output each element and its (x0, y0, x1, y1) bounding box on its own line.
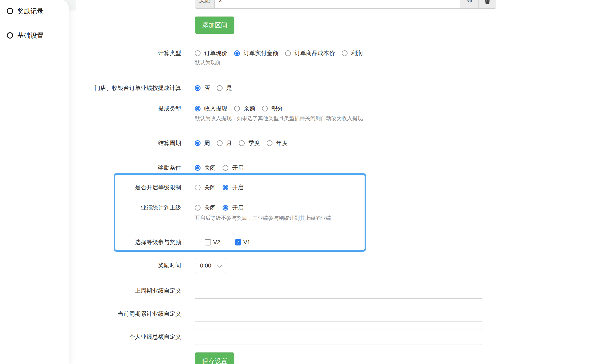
radio-option-label: 否 (204, 84, 210, 92)
circle-icon (7, 32, 13, 39)
radio-option[interactable]: 关闭 (195, 164, 216, 172)
radio-icon[interactable] (195, 165, 201, 171)
radio-option-label: 订单商品成本价 (294, 49, 335, 57)
radio-option-label: 年度 (276, 139, 288, 147)
radio-option[interactable]: 是 (217, 84, 232, 92)
level-limit-radio-group: 关闭开启 (195, 184, 244, 191)
radio-option-label: 关闭 (204, 204, 216, 212)
form-row-store-commission: 门店、收银台订单业绩按提成计算 否是 (0, 84, 589, 92)
form-row-reward-condition: 奖励条件 关闭开启 (0, 164, 589, 172)
radio-option[interactable]: 订单实付金额 (234, 49, 278, 57)
reward-range-row: 奖励 2 % (195, 0, 496, 9)
prev-cycle-input[interactable] (195, 283, 482, 299)
range-percent-addon: % (460, 0, 478, 9)
radio-option-label: 余额 (244, 105, 255, 113)
radio-icon[interactable] (195, 85, 201, 91)
radio-option-label: 积分 (271, 105, 283, 113)
radio-icon[interactable] (239, 140, 245, 146)
level-checkbox-group: V2V1 (205, 238, 250, 246)
form-row-stat-to-parent: 业绩统计到上级 关闭开启 开启后等级不参与奖励，其业绩参与则统计到其上级的业绩 (0, 204, 589, 222)
checkbox-icon[interactable] (205, 239, 211, 245)
checkbox-icon[interactable] (235, 239, 241, 245)
radio-option-label: 收入提现 (204, 105, 227, 113)
calc-type-radio-group: 订单现价订单实付金额订单商品成本价利润 (195, 49, 363, 57)
radio-icon[interactable] (195, 140, 201, 146)
radio-icon[interactable] (267, 140, 272, 146)
radio-option-label: 开启 (232, 204, 244, 212)
trash-icon (484, 0, 491, 4)
radio-option[interactable]: 否 (195, 84, 210, 92)
radio-option[interactable]: 季度 (239, 139, 260, 147)
sidebar-item-reward-records[interactable]: 奖励记录 (0, 6, 69, 16)
checkbox-option-label: V2 (213, 239, 220, 246)
radio-icon[interactable] (234, 50, 240, 56)
radio-option[interactable]: 开启 (223, 204, 244, 212)
checkbox-option[interactable]: V1 (235, 239, 250, 246)
range-value-input[interactable]: 2 (215, 0, 460, 9)
field-help: 默认为现价 (195, 59, 363, 66)
radio-icon[interactable] (285, 50, 291, 56)
radio-option-label: 周 (204, 139, 210, 147)
form-row-calc-type: 计算类型 订单现价订单实付金额订单商品成本价利润 默认为现价 (0, 49, 589, 66)
radio-option[interactable]: 订单现价 (195, 49, 227, 57)
circle-icon (7, 8, 13, 14)
personal-total-input[interactable] (195, 329, 482, 345)
radio-option[interactable]: 月 (217, 139, 232, 147)
reward-time-select[interactable]: 0:00 (195, 258, 226, 273)
radio-option-label: 季度 (248, 139, 260, 147)
current-cycle-input[interactable] (195, 306, 482, 322)
radio-icon[interactable] (223, 205, 228, 211)
radio-option-label: 订单实付金额 (244, 49, 278, 57)
radio-option-label: 月 (226, 139, 232, 147)
radio-option[interactable]: 开启 (223, 184, 244, 191)
radio-option[interactable]: 年度 (267, 139, 288, 147)
save-settings-button[interactable]: 保存设置 (195, 352, 234, 364)
radio-option-label: 开启 (232, 184, 244, 191)
radio-option-label: 关闭 (204, 164, 216, 172)
radio-option[interactable]: 关闭 (195, 184, 216, 191)
radio-option-label: 利润 (351, 49, 363, 57)
radio-icon[interactable] (217, 85, 223, 91)
radio-option[interactable]: 开启 (223, 164, 244, 172)
settings-page: 奖励记录 基础设置 奖励 2 % 添加区间 计算类型 订单现价订单实付金额订单商… (0, 0, 589, 364)
chevron-down-icon (217, 262, 222, 267)
range-prefix-addon: 奖励 (195, 0, 215, 9)
radio-icon[interactable] (195, 106, 201, 111)
field-help: 默认为收入提现，如果选了其他类型且类型插件关闭则自动改为收入提现 (195, 115, 363, 122)
radio-option[interactable]: 利润 (342, 49, 363, 57)
radio-option[interactable]: 订单商品成本价 (285, 49, 335, 57)
delete-range-button[interactable] (479, 0, 496, 9)
sidebar-item-label: 基础设置 (17, 31, 44, 40)
commission-type-radio-group: 收入提现余额积分 (195, 105, 363, 113)
radio-option[interactable]: 积分 (262, 105, 283, 113)
radio-option[interactable]: 关闭 (195, 204, 216, 212)
stat-to-parent-radio-group: 关闭开启 (195, 204, 331, 212)
radio-option-label: 订单现价 (204, 49, 227, 57)
add-range-button[interactable]: 添加区间 (195, 17, 234, 34)
checkbox-option-label: V1 (243, 239, 250, 246)
select-value: 0:00 (200, 262, 211, 269)
store-commission-radio-group: 否是 (195, 84, 232, 92)
radio-option-label: 关闭 (204, 184, 216, 191)
checkbox-option[interactable]: V2 (205, 239, 220, 246)
reward-condition-radio-group: 关闭开启 (195, 164, 244, 172)
radio-icon[interactable] (217, 140, 223, 146)
radio-icon[interactable] (195, 205, 201, 211)
radio-icon[interactable] (262, 106, 268, 111)
radio-icon[interactable] (195, 50, 201, 56)
radio-option[interactable]: 余额 (234, 105, 255, 113)
radio-icon[interactable] (342, 50, 348, 56)
radio-option[interactable]: 周 (195, 139, 210, 147)
field-help: 开启后等级不参与奖励，其业绩参与则统计到其上级的业绩 (195, 214, 331, 222)
radio-icon[interactable] (195, 185, 201, 190)
radio-option-label: 开启 (232, 164, 244, 172)
sidebar-item-label: 奖励记录 (17, 7, 44, 15)
radio-option-label: 是 (226, 84, 232, 92)
radio-option[interactable]: 收入提现 (195, 105, 227, 113)
settle-cycle-radio-group: 周月季度年度 (195, 139, 288, 147)
form-row-commission-type: 提成类型 收入提现余额积分 默认为收入提现，如果选了其他类型且类型插件关闭则自动… (0, 105, 589, 122)
sidebar-item-basic-settings[interactable]: 基础设置 (0, 30, 69, 41)
radio-icon[interactable] (223, 165, 228, 171)
radio-icon[interactable] (223, 185, 228, 190)
radio-icon[interactable] (234, 106, 240, 111)
